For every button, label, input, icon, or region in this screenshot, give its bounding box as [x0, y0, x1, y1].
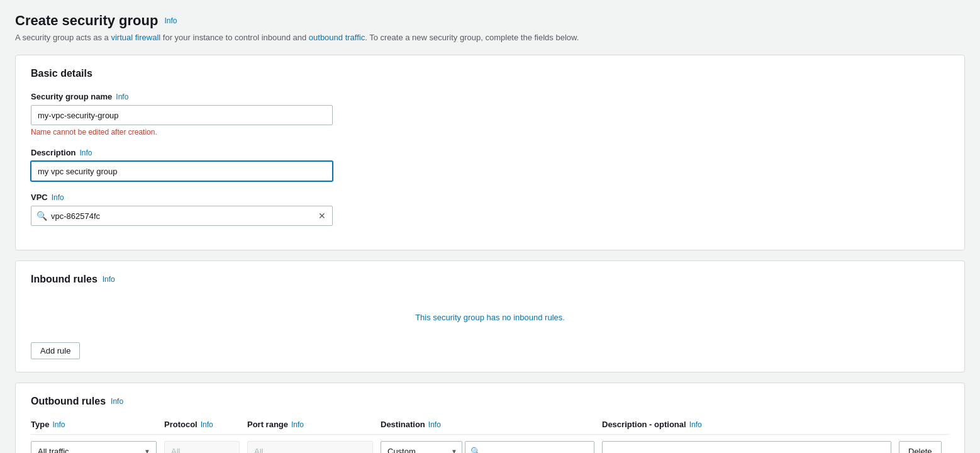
inbound-rules-info-link[interactable]: Info [103, 275, 115, 284]
vpc-info-link[interactable]: Info [52, 193, 64, 202]
outbound-rules-info-link[interactable]: Info [111, 397, 123, 406]
vpc-search-input[interactable] [51, 211, 317, 221]
rule-destination-wrapper: Custom Anywhere-IPv4 Anywhere-IPv6 My IP… [381, 441, 594, 453]
outbound-rules-table-header: Type Info Protocol Info Port range Info … [31, 420, 949, 435]
outbound-rule-row: All traffic Custom TCP Custom UDP Custom… [31, 441, 949, 453]
rule-port-range-wrapper [247, 441, 373, 453]
security-group-name-info-link[interactable]: Info [116, 92, 128, 101]
rule-description-input[interactable] [602, 441, 891, 453]
col-port-info-link[interactable]: Info [291, 420, 304, 429]
vpc-group: VPC Info 🔍 ✕ [31, 193, 949, 226]
description-group: Description Info [31, 148, 949, 181]
vpc-search-wrapper[interactable]: 🔍 ✕ [31, 206, 333, 226]
page-title: Create security group Info [15, 13, 965, 29]
col-protocol-info-link[interactable]: Info [201, 420, 213, 429]
inbound-add-rule-button[interactable]: Add rule [31, 342, 80, 359]
page-description: A security group acts as a virtual firew… [15, 33, 965, 42]
inbound-rules-section: Inbound rules Info This security group h… [15, 260, 965, 372]
destination-type-select[interactable]: Custom Anywhere-IPv4 Anywhere-IPv6 My IP [381, 441, 462, 453]
security-group-name-input[interactable] [31, 105, 333, 125]
col-header-destination: Destination Info [381, 420, 594, 429]
rule-delete-wrapper: Delete [899, 441, 949, 453]
description-info-link[interactable]: Info [80, 148, 92, 157]
col-type-info-link[interactable]: Info [52, 420, 65, 429]
basic-details-section: Basic details Security group name Info N… [15, 55, 965, 250]
description-label: Description Info [31, 148, 949, 157]
page-title-info-link[interactable]: Info [164, 16, 177, 25]
col-destination-info-link[interactable]: Info [428, 420, 441, 429]
col-header-type: Type Info [31, 420, 157, 429]
col-description-info-link[interactable]: Info [689, 420, 702, 429]
col-header-description: Description - optional Info [602, 420, 891, 429]
inbound-rules-title: Inbound rules Info [31, 274, 949, 285]
rule-delete-button[interactable]: Delete [899, 441, 942, 453]
inbound-rules-empty-state: This security group has no inbound rules… [31, 298, 949, 337]
security-group-name-label: Security group name Info [31, 92, 949, 101]
vpc-clear-icon[interactable]: ✕ [317, 211, 327, 221]
col-header-port-range: Port range Info [247, 420, 373, 429]
destination-search-icon: 🔍 [471, 447, 481, 454]
rule-description-wrapper [602, 441, 891, 453]
rule-protocol-wrapper [164, 441, 240, 453]
vpc-search-icon: 🔍 [36, 211, 47, 221]
vpc-label: VPC Info [31, 193, 949, 202]
basic-details-title: Basic details [31, 68, 949, 79]
rule-port-range-input [247, 441, 373, 453]
destination-type-select-wrapper: Custom Anywhere-IPv4 Anywhere-IPv6 My IP [381, 441, 462, 453]
rule-type-select-wrapper: All traffic Custom TCP Custom UDP Custom… [31, 441, 157, 453]
security-group-name-helper: Name cannot be edited after creation. [31, 128, 949, 137]
destination-search-input-wrapper[interactable]: 🔍 [465, 441, 594, 453]
rule-type-select[interactable]: All traffic Custom TCP Custom UDP Custom… [31, 441, 157, 453]
col-header-protocol: Protocol Info [164, 420, 240, 429]
destination-search-input[interactable] [483, 447, 589, 454]
outbound-rules-section: Outbound rules Info Type Info Protocol I… [15, 383, 965, 453]
description-input[interactable] [31, 161, 333, 181]
rule-protocol-input [164, 441, 240, 453]
security-group-name-group: Security group name Info Name cannot be … [31, 92, 949, 137]
outbound-rules-title: Outbound rules Info [31, 396, 949, 407]
